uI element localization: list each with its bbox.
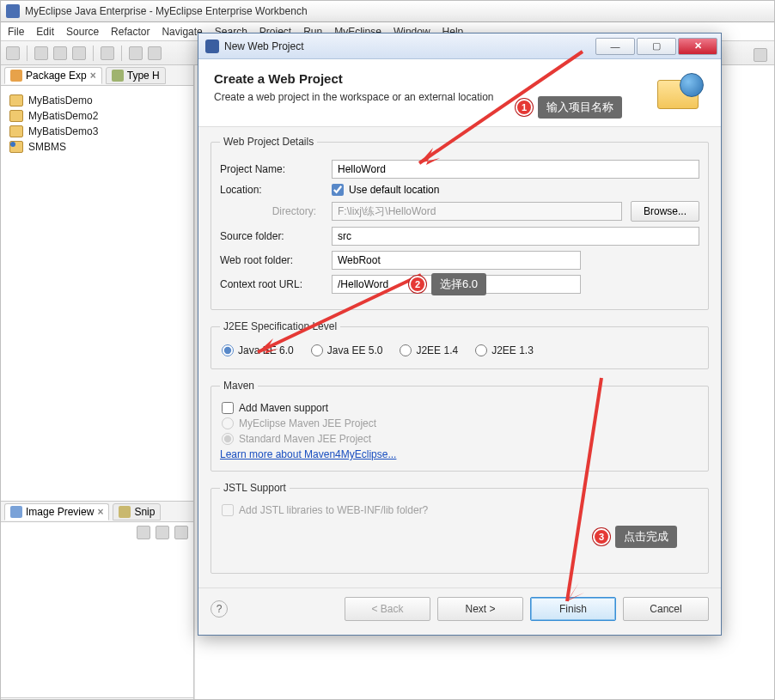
tab-label: Type H: [127, 70, 160, 82]
image-icon: [10, 506, 22, 518]
project-item[interactable]: SMBMS: [6, 139, 188, 155]
radio-j2ee-14[interactable]: J2EE 1.4: [400, 344, 458, 356]
tab-label: Package Exp: [26, 70, 87, 82]
dialog-icon: [205, 40, 219, 53]
refresh-icon[interactable]: [156, 526, 169, 539]
new-icon[interactable]: [6, 46, 20, 60]
tab-image-preview[interactable]: Image Preview ×: [4, 503, 109, 520]
settings-icon[interactable]: [174, 526, 188, 539]
jstl-group: JSTL Support Add JSTL libraries to WEB-I…: [211, 482, 709, 574]
close-button[interactable]: ✕: [678, 38, 717, 55]
tab-label: Image Preview: [26, 506, 94, 518]
next-button[interactable]: Next >: [437, 597, 523, 621]
context-root-input[interactable]: [332, 275, 581, 294]
workbench-title: MyEclipse Java Enterprise - MyEclipse En…: [25, 5, 308, 17]
tab-type-hierarchy[interactable]: Type H: [106, 67, 166, 84]
group-legend: Maven: [220, 380, 258, 392]
j2ee-spec-group: J2EE Specification Level Java EE 6.0 Jav…: [211, 320, 709, 369]
toolbar-separator: [27, 46, 27, 61]
minimize-button[interactable]: —: [595, 38, 635, 55]
dialog-title: New Web Project: [224, 40, 595, 52]
group-legend: J2EE Specification Level: [220, 320, 340, 332]
dialog-footer: ? < Back Next > Finish Cancel: [198, 587, 721, 635]
project-item[interactable]: MyBatisDemo: [6, 93, 188, 108]
add-jstl-checkbox: [222, 504, 234, 516]
perspective-icon[interactable]: [754, 48, 767, 62]
radio-java-ee-6[interactable]: Java EE 6.0: [222, 344, 294, 356]
new-web-project-dialog: New Web Project — ▢ ✕ Create a Web Proje…: [198, 33, 722, 636]
save-all-icon[interactable]: [53, 46, 67, 60]
location-label: Location:: [220, 184, 323, 196]
maven-opt2-label: Standard Maven JEE Project: [239, 433, 371, 445]
project-name-label: Project Name:: [220, 163, 323, 175]
debug-icon[interactable]: [148, 46, 162, 60]
print-icon[interactable]: [72, 46, 86, 60]
add-maven-label: Add Maven support: [239, 402, 328, 414]
snippet-icon: [119, 506, 131, 518]
source-folder-input[interactable]: [332, 227, 699, 246]
maven-opt1-label: MyEclipse Maven JEE Project: [239, 417, 376, 429]
workbench-titlebar: MyEclipse Java Enterprise - MyEclipse En…: [1, 1, 774, 22]
jstl-label: Add JSTL libraries to WEB-INF/lib folder…: [239, 504, 428, 516]
close-icon[interactable]: ×: [97, 506, 103, 518]
source-folder-label: Source folder:: [220, 230, 323, 242]
toolbar-separator: [93, 46, 94, 61]
menu-navigate[interactable]: Navigate: [162, 26, 202, 38]
browse-button[interactable]: Browse...: [631, 201, 699, 222]
tab-package-explorer[interactable]: Package Exp ×: [4, 67, 102, 84]
image-preview-panel: Image Preview × Snip: [1, 501, 194, 698]
package-icon: [10, 70, 22, 82]
radio-java-ee-5[interactable]: Java EE 5.0: [311, 344, 383, 356]
use-default-location-label: Use default location: [349, 184, 439, 196]
hierarchy-icon: [112, 70, 124, 82]
menu-source[interactable]: Source: [66, 26, 99, 38]
deploy-icon[interactable]: [101, 46, 114, 60]
app-icon: [6, 4, 20, 18]
dialog-header-title: Create a Web Project: [214, 71, 644, 86]
back-button: < Back: [345, 597, 430, 621]
run-icon[interactable]: [129, 46, 143, 60]
maven-standard-radio: [222, 433, 234, 445]
menu-refactor[interactable]: Refactor: [111, 26, 150, 38]
project-label: MyBatisDemo: [28, 94, 93, 107]
project-item[interactable]: MyBatisDemo2: [6, 108, 188, 124]
save-icon[interactable]: [34, 46, 48, 60]
dialog-titlebar[interactable]: New Web Project — ▢ ✕: [198, 33, 721, 59]
project-label: MyBatisDemo3: [28, 125, 98, 137]
directory-label: Directory:: [220, 205, 323, 217]
help-icon[interactable]: ?: [211, 600, 228, 618]
zoom-icon[interactable]: [137, 526, 150, 539]
maximize-button[interactable]: ▢: [637, 38, 676, 55]
project-name-input[interactable]: [332, 160, 699, 179]
menu-edit[interactable]: Edit: [36, 26, 54, 38]
project-label: MyBatisDemo2: [28, 110, 98, 122]
web-project-details-group: Web Project Details Project Name: Locati…: [211, 136, 709, 310]
project-item[interactable]: MyBatisDemo3: [6, 124, 188, 139]
maven-learn-more-link[interactable]: Learn more about Maven4MyEclipse...: [220, 448, 396, 460]
close-icon[interactable]: ×: [90, 70, 96, 82]
tab-snippets[interactable]: Snip: [113, 503, 161, 520]
folder-icon: [9, 125, 23, 137]
web-folder-icon: [9, 141, 23, 153]
radio-j2ee-13[interactable]: J2EE 1.3: [475, 344, 534, 356]
web-root-input[interactable]: [332, 251, 581, 270]
dialog-header-desc: Create a web project in the workspace or…: [214, 91, 644, 103]
directory-input: [332, 202, 622, 221]
cancel-button[interactable]: Cancel: [623, 597, 709, 621]
folder-icon: [9, 94, 23, 107]
finish-button[interactable]: Finish: [530, 597, 616, 621]
add-maven-support-checkbox[interactable]: [222, 402, 234, 414]
web-project-icon: [654, 71, 705, 114]
toolbar-separator: [121, 46, 122, 61]
web-root-label: Web root folder:: [220, 254, 323, 266]
context-root-label: Context root URL:: [220, 278, 323, 290]
maven-group: Maven Add Maven support MyEclipse Maven …: [211, 380, 709, 472]
menu-file[interactable]: File: [8, 26, 24, 38]
use-default-location-checkbox[interactable]: [332, 184, 344, 196]
project-label: SMBMS: [28, 141, 66, 153]
tab-label: Snip: [134, 506, 155, 518]
group-legend: Web Project Details: [220, 136, 317, 148]
dialog-header: Create a Web Project Create a web projec…: [198, 59, 721, 127]
group-legend: JSTL Support: [220, 482, 290, 494]
folder-icon: [9, 110, 23, 122]
